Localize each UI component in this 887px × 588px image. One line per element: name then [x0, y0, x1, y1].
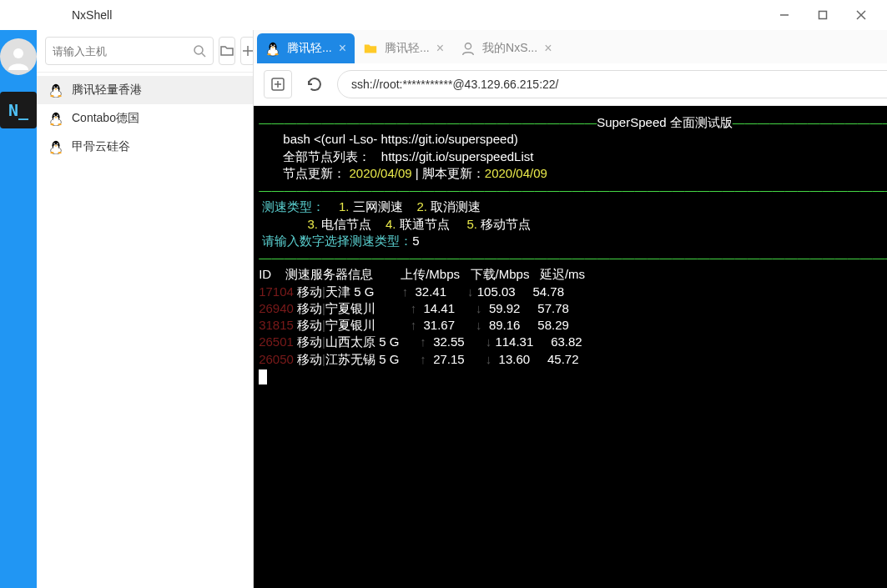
tab[interactable]: 腾讯轻...× [257, 33, 355, 63]
svg-point-33 [57, 143, 58, 144]
svg-point-43 [267, 53, 271, 55]
avatar[interactable] [0, 38, 37, 75]
host-label: 甲骨云硅谷 [72, 139, 130, 154]
search-input[interactable] [53, 45, 193, 58]
svg-point-41 [271, 45, 272, 46]
svg-point-24 [57, 115, 58, 116]
titlebar: NxShell [0, 0, 887, 30]
tab-close-icon[interactable]: × [544, 41, 552, 56]
svg-point-16 [50, 95, 54, 97]
user-icon [461, 41, 476, 56]
tab-close-icon[interactable]: × [339, 41, 346, 56]
svg-point-32 [54, 143, 55, 144]
main-area: 腾讯轻...×腾讯轻...×我的NxS...× ssh://root:*****… [254, 30, 887, 588]
svg-point-34 [50, 152, 54, 153]
tux-icon [48, 139, 63, 154]
host-list: 腾讯轻量香港Contabo德国甲骨云硅谷 [37, 73, 253, 164]
tab-label: 腾讯轻... [385, 41, 430, 56]
host-label: 腾讯轻量香港 [72, 83, 142, 98]
activity-bar: N_ [0, 30, 37, 588]
svg-point-45 [465, 43, 471, 49]
tux-icon [265, 41, 280, 56]
folder-icon [363, 41, 378, 56]
host-item[interactable]: Contabo德国 [37, 104, 253, 133]
close-button[interactable] [842, 0, 880, 30]
tab[interactable]: 我的NxS...× [452, 33, 560, 63]
host-label: Contabo德国 [72, 111, 139, 126]
svg-point-35 [58, 152, 62, 153]
tab-label: 我的NxS... [482, 41, 537, 56]
tab-label: 腾讯轻... [287, 41, 332, 56]
minimize-button[interactable] [765, 0, 804, 30]
terminal-output[interactable]: ———————————————————————————SuperSpeed 全面… [254, 106, 887, 588]
tab-close-icon[interactable]: × [436, 41, 444, 56]
svg-point-23 [54, 115, 55, 116]
svg-point-42 [274, 45, 275, 46]
host-item[interactable]: 腾讯轻量香港 [37, 76, 253, 104]
new-tab-button[interactable] [264, 70, 292, 98]
search-icon [193, 44, 206, 58]
sidebar: 腾讯轻量香港Contabo德国甲骨云硅谷 [37, 30, 254, 588]
svg-point-26 [58, 123, 62, 125]
host-item[interactable]: 甲骨云硅谷 [37, 133, 253, 161]
tab-bar: 腾讯轻...×腾讯轻...×我的NxS...× [254, 30, 887, 63]
svg-point-15 [57, 87, 58, 88]
svg-point-4 [13, 48, 23, 58]
svg-point-25 [50, 123, 54, 125]
tab[interactable]: 腾讯轻...× [355, 33, 452, 63]
maximize-button[interactable] [804, 0, 842, 30]
svg-point-17 [58, 95, 62, 97]
url-bar[interactable]: ssh://root:***********@43.129.66.215:22/ [337, 70, 887, 98]
svg-point-44 [275, 53, 279, 55]
terminal-toolbar: ssh://root:***********@43.129.66.215:22/ [254, 63, 887, 106]
app-logo-icon[interactable]: N_ [0, 92, 37, 128]
app-title: NxShell [7, 8, 112, 22]
svg-line-6 [202, 53, 205, 57]
svg-rect-1 [819, 12, 827, 19]
svg-point-5 [194, 46, 203, 54]
svg-point-14 [54, 87, 55, 88]
tux-icon [48, 83, 63, 98]
host-search[interactable] [45, 37, 214, 65]
reload-button[interactable] [300, 70, 329, 98]
folder-button[interactable] [219, 37, 235, 65]
tux-icon [48, 111, 63, 126]
